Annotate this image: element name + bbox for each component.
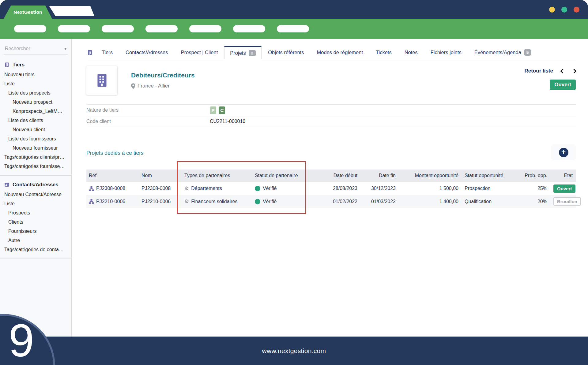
project-name: PJ2210-0006: [138, 195, 181, 208]
gear-icon: ⚙: [184, 185, 189, 192]
page-number: 9: [9, 318, 34, 363]
sidebar-item-clients[interactable]: Clients: [0, 218, 71, 227]
contact-card-icon: [4, 182, 9, 187]
tab-contacts-adresses[interactable]: Contacts/Adresses: [119, 46, 174, 59]
menu-pill[interactable]: [189, 25, 221, 32]
sidebar-item-autre[interactable]: Autre: [0, 236, 71, 245]
sidebar-search[interactable]: ▾: [4, 44, 68, 54]
field-code-client: Code client CU2211-000010: [86, 116, 576, 127]
partner-type-link[interactable]: ⚙ Départements: [184, 185, 222, 192]
banner-controls: Retour liste Ouvert: [524, 68, 576, 90]
sidebar: ▾ Tiers Nouveau tiers Liste Liste des pr…: [0, 39, 72, 337]
record-fields: Nature de tiers P C Code client CU2211-0…: [86, 104, 576, 127]
main-content: Tiers Contacts/Adresses Prospect | Clien…: [72, 39, 588, 337]
code-client-value: CU2211-000010: [210, 119, 245, 124]
logo-accent-shape: [49, 6, 94, 16]
top-bar: NextGestion: [0, 0, 588, 19]
window-dot-yellow: [549, 7, 555, 13]
sidebar-section-tiers-header[interactable]: Tiers: [0, 59, 71, 70]
montant-opportunite: 1 400,00: [399, 195, 462, 208]
etat-badge: Brouillon: [553, 197, 581, 206]
menu-pill[interactable]: [58, 25, 90, 32]
sidebar-item-liste-prospects[interactable]: Liste des prospects: [0, 88, 71, 98]
chevron-down-icon[interactable]: ▾: [64, 47, 66, 51]
menu-pill[interactable]: [145, 25, 178, 32]
brand-logo: NextGestion: [4, 6, 52, 19]
tab-fichiers-joints[interactable]: Fichiers joints: [424, 46, 468, 59]
tab-modes-reglement[interactable]: Modes de règlement: [311, 46, 369, 59]
sidebar-item-tags-fournisseurs[interactable]: Tags/catégories fournisse…: [0, 162, 71, 171]
sidebar-item-nouveau-contact[interactable]: Nouveau Contact/Adresse: [0, 190, 71, 199]
sidebar-item-liste-contacts[interactable]: Liste: [0, 199, 71, 208]
project-link[interactable]: PJ2210-0006: [89, 199, 125, 204]
nature-prospect-badge: P: [210, 106, 216, 114]
tab-projets-count-badge: 2: [249, 50, 256, 56]
sidebar-section-title: Tiers: [13, 62, 24, 68]
field-nature-de-tiers: Nature de tiers P C: [86, 104, 576, 116]
project-link[interactable]: PJ2308-0008: [89, 186, 125, 191]
status-dot-icon: [255, 186, 260, 191]
sidebar-item-liste-fournisseurs[interactable]: Liste des fournisseurs: [0, 134, 71, 143]
gear-icon: ⚙: [184, 198, 189, 205]
menu-pill[interactable]: [233, 25, 265, 32]
sidebar-item-nouveau-tiers[interactable]: Nouveau tiers: [0, 70, 71, 79]
table-row: PJ2308-0008 PJ2308-0008 ⚙ Départements V…: [86, 182, 576, 195]
search-input[interactable]: [4, 46, 56, 52]
sidebar-item-nouveau-client[interactable]: Nouveau client: [0, 125, 71, 134]
sidebar-item-kanprospects[interactable]: Kanprospects_LeftM…: [0, 107, 71, 116]
sidebar-item-nouveau-prospect[interactable]: Nouveau prospect: [0, 98, 71, 107]
building-icon: [86, 46, 95, 59]
partner-status-cell: Vérifié: [252, 182, 324, 195]
menu-pills: [14, 25, 309, 32]
footer-url: www.nextgestion.com: [262, 347, 326, 355]
montant-opportunite: 1 500,00: [399, 182, 462, 195]
partner-type-link[interactable]: ⚙ Financeurs solidaires: [184, 198, 237, 205]
map-pin-icon: [131, 83, 135, 89]
project-name: PJ2308-0008: [138, 182, 181, 195]
add-project-button[interactable]: +: [551, 144, 576, 160]
window-dots: [549, 7, 579, 13]
status-dot-icon: [255, 199, 260, 204]
window-dot-teal: [561, 7, 567, 13]
tab-tickets[interactable]: Tickets: [369, 46, 398, 59]
date-debut: 28/08/2023: [324, 182, 360, 195]
menu-pill[interactable]: [14, 25, 46, 32]
menu-pill[interactable]: [102, 25, 134, 32]
nature-client-badge: C: [219, 106, 225, 114]
tab-prospect-client[interactable]: Prospect | Client: [175, 46, 224, 59]
sidebar-section-tiers: Tiers Nouveau tiers Liste Liste des pros…: [0, 56, 71, 172]
sidebar-divider: [0, 175, 71, 176]
brand-name: NextGestion: [13, 9, 42, 15]
record-banner: Debiteurs/Crediteurs France - Allier Ret…: [86, 66, 576, 95]
tab-notes[interactable]: Notes: [398, 46, 424, 59]
building-icon: [4, 62, 9, 67]
sidebar-divider: [0, 259, 71, 259]
sidebar-section-contacts-header[interactable]: Contacts/Adresses: [0, 179, 71, 190]
tab-tiers[interactable]: Tiers: [95, 46, 119, 59]
sidebar-item-fournisseurs[interactable]: Fournisseurs: [0, 227, 71, 236]
table-header-row: Réf. Nom Types de partenaires Statut de …: [86, 169, 576, 182]
sidebar-item-tags-contacts[interactable]: Tags/catégories de conta…: [0, 245, 71, 254]
sidebar-item-prospects[interactable]: Prospects: [0, 208, 71, 218]
project-sitemap-icon: [89, 199, 94, 204]
app-root: NextGestion ▾: [0, 0, 588, 365]
window-dot-red: [574, 7, 579, 13]
projects-section-header: Projets dédiés à ce tiers +: [86, 144, 576, 160]
etat-badge: Ouvert: [553, 184, 575, 193]
sidebar-item-liste-clients[interactable]: Liste des clients: [0, 116, 71, 125]
tab-projets[interactable]: Projets 2: [224, 46, 262, 59]
page-title: Debiteurs/Crediteurs: [131, 72, 195, 79]
record-location: France - Allier: [131, 83, 170, 89]
previous-record-icon[interactable]: [560, 69, 565, 73]
prob-opp: 25%: [515, 182, 550, 195]
tab-objets-referents[interactable]: Objets référents: [262, 46, 310, 59]
sidebar-section-title: Contacts/Adresses: [13, 182, 58, 188]
back-to-list-link[interactable]: Retour liste: [524, 68, 553, 74]
project-sitemap-icon: [89, 186, 94, 191]
menu-pill[interactable]: [277, 25, 309, 32]
next-record-icon[interactable]: [572, 69, 577, 73]
sidebar-item-tags-clients[interactable]: Tags/catégories clients/pr…: [0, 153, 71, 162]
sidebar-item-nouveau-fournisseur[interactable]: Nouveau fournisseur: [0, 143, 71, 153]
tab-evenements-agenda[interactable]: Événements/Agenda 5: [468, 46, 538, 59]
sidebar-item-liste-tiers[interactable]: Liste: [0, 79, 71, 88]
